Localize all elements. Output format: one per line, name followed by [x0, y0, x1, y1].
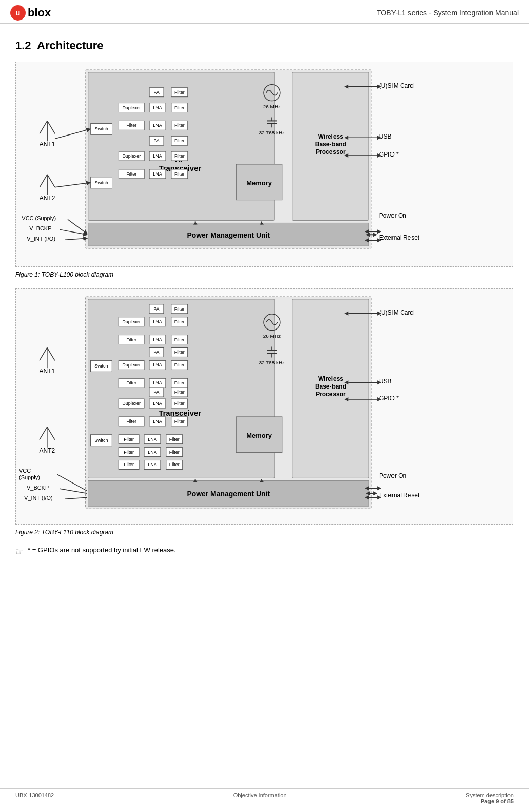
- svg-text:ANT1: ANT1: [40, 141, 55, 148]
- svg-text:LNA: LNA: [153, 362, 162, 368]
- svg-text:PA: PA: [153, 390, 159, 395]
- svg-text:Filter: Filter: [126, 123, 136, 128]
- svg-text:LNA: LNA: [153, 105, 162, 110]
- svg-text:Transceiver: Transceiver: [159, 409, 201, 417]
- svg-text:Switch: Switch: [94, 126, 108, 131]
- svg-text:Filter: Filter: [174, 138, 185, 143]
- svg-text:Filter: Filter: [174, 350, 185, 355]
- svg-text:V_BCKP: V_BCKP: [27, 485, 49, 491]
- section-heading: 1.2 Architecture: [15, 39, 514, 52]
- page-number: Page 9 of 85: [466, 798, 514, 804]
- svg-line-84: [65, 238, 87, 240]
- svg-text:LNA: LNA: [148, 437, 156, 442]
- logo-letter: u: [16, 9, 21, 17]
- svg-text:Wireless: Wireless: [318, 133, 343, 140]
- figure1-wrapper: RF Transceiver Memory Wireless Base-band…: [15, 62, 514, 278]
- svg-marker-218: [377, 486, 381, 490]
- svg-text:Filter: Filter: [174, 337, 185, 342]
- svg-text:Filter: Filter: [169, 450, 180, 455]
- svg-line-125: [40, 427, 47, 440]
- logo-brand: blox: [28, 6, 51, 20]
- footer-center: Objective Information: [233, 792, 287, 804]
- footer-desc: System description: [466, 792, 514, 798]
- svg-text:LNA: LNA: [153, 153, 162, 159]
- svg-line-26: [47, 175, 55, 187]
- svg-text:(U)SIM Card: (U)SIM Card: [379, 309, 414, 316]
- svg-text:Memory: Memory: [246, 179, 272, 187]
- svg-marker-87: [377, 229, 381, 234]
- svg-text:LNA: LNA: [153, 337, 162, 342]
- svg-text:USB: USB: [379, 378, 392, 385]
- logo-circle: u: [10, 5, 26, 21]
- svg-text:LNA: LNA: [153, 401, 162, 406]
- page-header: u blox TOBY-L1 series - System Integrati…: [0, 0, 529, 24]
- svg-text:Duplexer: Duplexer: [122, 153, 141, 159]
- svg-text:ANT2: ANT2: [40, 447, 55, 454]
- svg-line-25: [40, 175, 47, 187]
- figure1-svg: RF Transceiver Memory Wireless Base-band…: [15, 62, 513, 267]
- svg-text:PA: PA: [153, 138, 159, 143]
- svg-text:Filter: Filter: [174, 171, 185, 177]
- svg-text:Filter: Filter: [126, 337, 136, 342]
- figure2-wrapper: RF Transceiver Memory Wireless Base-band…: [15, 288, 514, 536]
- svg-line-215: [65, 497, 87, 499]
- svg-text:PA: PA: [153, 90, 159, 95]
- svg-line-22: [47, 121, 55, 133]
- svg-text:ANT1: ANT1: [40, 368, 55, 375]
- figure2-caption: Figure 2: TOBY-L110 block diagram: [15, 529, 514, 536]
- svg-text:Duplexer: Duplexer: [122, 401, 141, 406]
- svg-text:V_INT (I/O): V_INT (I/O): [27, 236, 55, 242]
- svg-text:32.768 kHz: 32.768 kHz: [259, 130, 285, 136]
- svg-text:V_BCKP: V_BCKP: [29, 225, 51, 231]
- svg-marker-98: [373, 233, 377, 237]
- svg-text:Switch: Switch: [94, 438, 108, 443]
- page-footer: UBX-13001482 Objective Information Syste…: [0, 788, 529, 804]
- svg-text:Filter: Filter: [126, 419, 136, 424]
- logo: u blox: [10, 5, 51, 21]
- svg-text:VCC: VCC: [19, 468, 31, 474]
- document-title: TOBY-L1 series - System Integration Manu…: [377, 9, 519, 17]
- note-section: ☞ * = GPIOs are not supported by initial…: [15, 546, 514, 557]
- svg-text:Switch: Switch: [94, 363, 108, 369]
- svg-text:ANT2: ANT2: [40, 195, 55, 202]
- note-text: * = GPIOs are not supported by initial F…: [28, 546, 176, 554]
- svg-text:Filter: Filter: [169, 437, 180, 442]
- footer-left: UBX-13001482: [15, 792, 54, 804]
- svg-text:LNA: LNA: [153, 123, 162, 128]
- svg-text:Filter: Filter: [174, 153, 185, 159]
- svg-text:Filter: Filter: [124, 437, 134, 442]
- svg-text:Filter: Filter: [174, 401, 185, 406]
- svg-text:PA: PA: [153, 306, 159, 312]
- svg-marker-229: [373, 491, 377, 495]
- svg-text:Base-band: Base-band: [315, 383, 346, 390]
- svg-text:LNA: LNA: [153, 171, 162, 177]
- svg-text:GPIO *: GPIO *: [379, 395, 399, 402]
- svg-text:Wireless: Wireless: [318, 375, 343, 382]
- svg-line-64: [55, 129, 90, 139]
- svg-line-65: [55, 183, 90, 187]
- svg-text:Filter: Filter: [174, 123, 185, 128]
- svg-text:Memory: Memory: [246, 432, 272, 439]
- svg-text:26 MHz: 26 MHz: [263, 333, 281, 339]
- svg-line-126: [47, 427, 55, 440]
- svg-text:USB: USB: [379, 133, 392, 140]
- note-icon: ☞: [15, 546, 24, 557]
- svg-text:Filter: Filter: [124, 450, 134, 455]
- svg-text:LNA: LNA: [148, 462, 156, 467]
- svg-text:(U)SIM Card: (U)SIM Card: [379, 82, 414, 89]
- figure2-svg: RF Transceiver Memory Wireless Base-band…: [15, 288, 513, 525]
- svg-text:LNA: LNA: [153, 419, 162, 424]
- svg-text:Filter: Filter: [174, 362, 185, 368]
- figure1-caption: Figure 1: TOBY-L100 block diagram: [15, 271, 514, 278]
- svg-text:Base-band: Base-band: [315, 141, 346, 148]
- svg-text:Filter: Filter: [174, 319, 185, 324]
- svg-text:External Reset: External Reset: [379, 234, 420, 241]
- svg-text:Power Management Unit: Power Management Unit: [187, 490, 270, 498]
- svg-line-121: [40, 348, 47, 361]
- svg-text:Duplexer: Duplexer: [122, 105, 141, 110]
- svg-text:Processor: Processor: [316, 148, 346, 156]
- svg-text:Filter: Filter: [126, 380, 136, 385]
- svg-text:32.768 kHz: 32.768 kHz: [259, 360, 285, 365]
- svg-text:PA: PA: [153, 350, 159, 355]
- main-content: 1.2 Architecture RF Transceiver Memory W…: [0, 24, 529, 578]
